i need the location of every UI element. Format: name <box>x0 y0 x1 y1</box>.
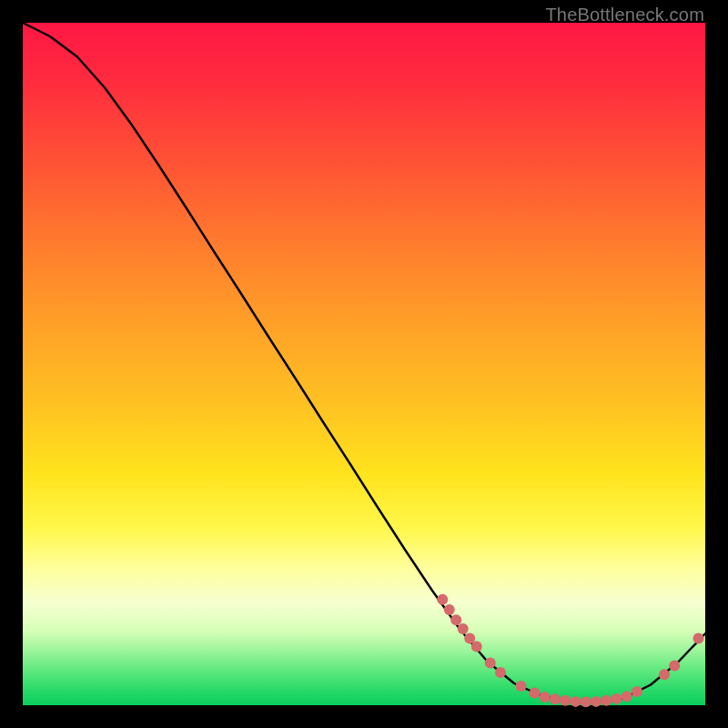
data-marker <box>444 604 455 615</box>
curve-layer <box>23 23 705 705</box>
gradient-plot-area <box>23 23 705 705</box>
data-marker <box>571 696 581 707</box>
data-marker <box>471 642 482 652</box>
data-marker <box>495 667 506 678</box>
data-marker <box>622 691 632 702</box>
data-marker <box>485 658 496 669</box>
data-marker <box>669 661 680 672</box>
data-marker <box>530 688 541 699</box>
attribution-text: TheBottleneck.com <box>545 5 704 25</box>
stage: TheBottleneck.com <box>0 0 728 728</box>
data-marker <box>612 693 622 704</box>
data-marker <box>632 686 642 697</box>
data-marker <box>693 633 704 644</box>
data-marker <box>437 594 448 605</box>
data-marker <box>458 623 469 634</box>
bottleneck-curve <box>23 23 705 702</box>
data-marker <box>601 695 612 706</box>
data-marker <box>560 695 571 706</box>
data-marker <box>450 614 461 625</box>
data-marker <box>581 696 592 707</box>
data-marker <box>516 681 527 692</box>
data-marker <box>540 692 551 703</box>
data-marker <box>659 669 670 680</box>
data-marker <box>550 693 561 704</box>
data-marker <box>591 696 602 707</box>
